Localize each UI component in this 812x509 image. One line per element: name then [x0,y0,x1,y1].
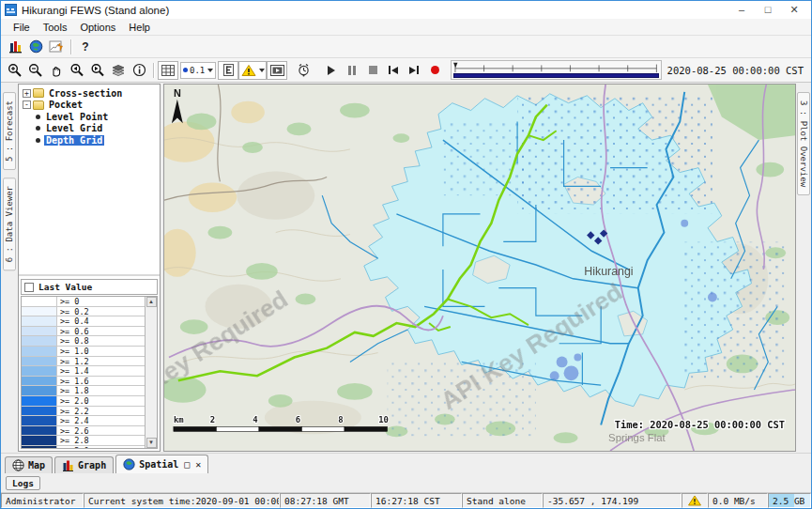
legend-color-swatch [22,357,57,366]
legend-row[interactable]: >= 1.8 [22,386,145,396]
svg-text:6: 6 [296,415,300,424]
tree-item-label: Level Grid [44,123,104,133]
timeline-slider[interactable] [451,60,661,80]
legend-color-swatch [22,347,57,356]
tab-close-icon[interactable]: ✕ [195,459,201,470]
play-button[interactable] [321,61,342,80]
collapse-icon[interactable]: - [23,100,31,109]
expand-icon[interactable]: + [23,89,31,98]
legend-color-swatch [22,297,57,306]
legend-row[interactable]: >= 0.6 [22,327,145,337]
legend-row[interactable]: >= 2.4 [22,416,145,426]
tab-plot-overview[interactable]: 3 : Plot Overview [797,92,810,195]
legend-row[interactable]: >= 2.6 [22,426,145,437]
legend-scrollbar[interactable]: ▲ ▼ [145,297,157,448]
status-bar: Administrator Current system time:2020-0… [1,492,811,508]
legend-row[interactable]: >= 1.2 [22,357,145,367]
legend-row[interactable]: >= 2.8 [22,436,145,446]
legend-row[interactable]: >= 0.2 [22,307,145,317]
globe-wire-icon [12,459,24,471]
step-forward-button[interactable] [404,61,424,80]
legend-label: >= 2.0 [57,396,92,406]
legend-row[interactable]: >= 0.8 [22,336,145,347]
legend-color-swatch [22,436,57,445]
legend-color-swatch [22,307,57,316]
zoom-in-icon[interactable] [5,61,25,80]
tab-maximize-icon[interactable]: □ [184,459,190,470]
legend-row[interactable]: >= 1.4 [22,366,145,377]
map-canvas: API Key Required API Key Required Hikura… [164,85,795,451]
svg-text:N: N [174,87,181,99]
tree-item-cross-section[interactable]: + Cross-section [21,87,158,100]
tree-item-level-grid[interactable]: Level Grid [21,123,158,135]
menu-item[interactable]: Help [122,21,157,34]
layers-icon[interactable] [108,61,129,80]
thresholds-dropdown[interactable] [238,61,267,80]
profile-icon[interactable] [218,61,238,80]
legend-color-swatch [22,316,57,326]
stop-button[interactable] [362,61,383,80]
logs-button[interactable]: Logs [6,476,40,490]
app-window: Hikurangi FEWS (Stand alone) – □ ✕ FileT… [0,0,812,509]
left-tab-strip: 5 : Forecast 6 : Data Viewer [1,83,18,453]
legend-color-swatch [22,327,57,336]
status-warning-cell[interactable] [682,493,708,508]
tab-graph[interactable]: Graph [54,456,114,473]
tree-item-level-point[interactable]: Level Point [21,111,158,123]
record-button[interactable] [424,61,445,80]
close-button[interactable]: ✕ [781,4,807,16]
map-view[interactable]: API Key Required API Key Required Hikura… [163,84,796,452]
title-bar: Hikurangi FEWS (Stand alone) – □ ✕ [1,1,811,19]
legend-row[interactable]: >= 1.6 [22,377,145,387]
class-break-dropdown[interactable]: 0.1 [180,62,216,79]
legend-row[interactable]: >= 2.0 [22,396,145,407]
help-button[interactable]: ? [75,38,96,56]
zoom-previous-icon[interactable] [67,61,87,80]
map-display-icon[interactable] [25,38,46,56]
minimize-button[interactable]: – [728,4,755,16]
grid-display-icon[interactable] [158,61,178,80]
legend-row[interactable]: >= 0.4 [22,316,145,327]
legend-row[interactable]: >= 0 [22,297,145,307]
last-value-checkbox[interactable] [24,283,34,292]
tab-map[interactable]: Map [5,456,53,473]
menu-item[interactable]: File [7,21,37,34]
zoom-out-icon[interactable] [25,61,46,80]
status-memory[interactable]: 2.5 GB [768,493,811,508]
main-toolbar: ? [1,36,811,58]
svg-text:km: km [174,415,184,424]
tree-item-depth-grid[interactable]: Depth Grid [21,134,158,147]
menu-item[interactable]: Options [73,21,122,34]
status-local-time: 16:27:18 CST [371,493,462,508]
legend-header: Last Value [21,279,158,295]
info-icon[interactable] [129,61,149,80]
folder-icon [33,100,44,110]
tree-item-pocket[interactable]: - Pocket [21,100,158,112]
legend-row[interactable]: >= 1.0 [22,347,145,357]
menu-item[interactable]: Tools [37,21,74,34]
tab-graph-label: Graph [78,460,106,470]
tab-forecast[interactable]: 5 : Forecast [3,92,16,170]
pan-hand-icon[interactable] [46,61,67,80]
animation-time-icon[interactable] [293,61,314,80]
scroll-up-icon[interactable]: ▲ [146,297,157,307]
step-back-button[interactable] [383,61,404,80]
legend-color-swatch [22,366,57,376]
maximize-button[interactable]: □ [755,4,781,16]
zoom-next-icon[interactable] [87,61,108,80]
pause-button[interactable] [342,61,362,80]
tab-spatial[interactable]: Spatial □ ✕ [115,455,208,473]
town-label: Hikurangi [584,265,633,278]
scroll-down-icon[interactable]: ▼ [146,438,157,448]
tab-data-viewer[interactable]: 6 : Data Viewer [3,177,16,270]
legend-color-swatch [22,336,57,346]
legend-label: >= 0.8 [57,336,92,346]
animation-window-icon[interactable] [267,61,287,80]
legend-row[interactable]: >= 3.0 [22,446,145,448]
legend-color-swatch [22,446,57,448]
status-user: Administrator [1,493,84,508]
rating-curve-icon[interactable] [46,38,67,56]
explorer-icon[interactable] [5,38,25,56]
legend-row[interactable]: >= 2.2 [22,407,145,417]
warning-icon [688,495,701,506]
